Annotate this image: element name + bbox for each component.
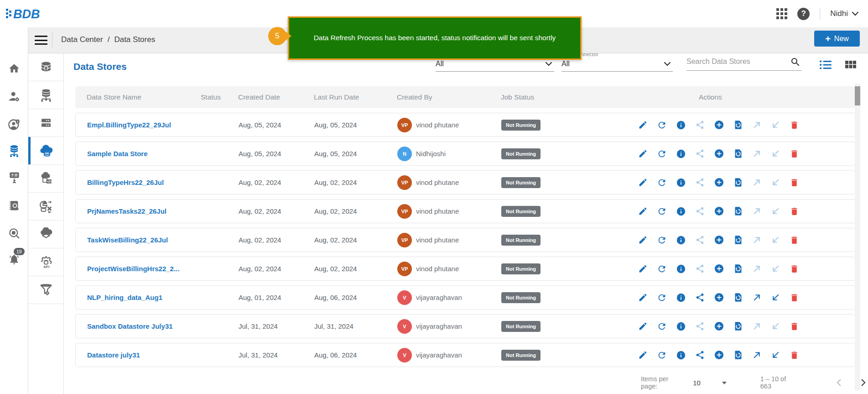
data-store-name-link[interactable]: PrjNamesTasks22_26Jul [87, 207, 201, 215]
data-store-name-link[interactable]: Datastore july31 [87, 351, 201, 359]
subnav-data-stores-icon[interactable] [28, 137, 63, 165]
delete-button[interactable] [790, 293, 799, 303]
data-dictionary-icon[interactable] [0, 198, 28, 214]
hamburger-menu-icon[interactable] [35, 34, 47, 46]
delete-button[interactable] [790, 206, 799, 216]
subnav-data-pipes-icon[interactable] [28, 276, 63, 304]
push-up-arrow-button[interactable] [752, 120, 762, 130]
user-security-icon[interactable]: i [0, 117, 28, 132]
data-store-name-link[interactable]: TaskWiseBilling22_26Jul [87, 236, 201, 244]
delete-button[interactable] [790, 321, 799, 331]
trainer-board-icon[interactable] [0, 169, 28, 184]
add-button[interactable] [714, 206, 724, 216]
data-store-name-link[interactable]: NLP_hiring_data_Aug1 [87, 294, 201, 301]
restore-version-button[interactable] [733, 206, 743, 216]
share-button[interactable] [695, 293, 705, 302]
search-data-icon[interactable] [0, 226, 28, 241]
grid-view-icon[interactable] [845, 59, 857, 70]
refresh-button[interactable] [657, 350, 667, 360]
pull-down-arrow-button[interactable] [771, 120, 780, 130]
share-button[interactable] [695, 120, 705, 130]
edit-button[interactable] [638, 321, 648, 331]
new-button[interactable]: + New [814, 31, 860, 47]
refresh-button[interactable] [657, 321, 667, 331]
delete-button[interactable] [790, 264, 799, 274]
data-store-name-link[interactable]: Empl.BillingType22_29Jul [87, 121, 201, 129]
add-button[interactable] [714, 321, 724, 331]
restore-version-button[interactable] [733, 177, 743, 188]
delete-button[interactable] [790, 178, 799, 188]
share-button[interactable] [695, 235, 705, 245]
edit-button[interactable] [638, 264, 648, 273]
refresh-button[interactable] [657, 149, 667, 159]
add-button[interactable] [714, 177, 724, 188]
add-button[interactable] [714, 120, 724, 130]
subnav-data-sets-icon[interactable]: </> [28, 165, 63, 193]
add-button[interactable] [714, 292, 724, 303]
restore-version-button[interactable] [733, 321, 743, 331]
push-up-arrow-button[interactable] [752, 206, 762, 216]
info-button[interactable] [676, 293, 686, 303]
user-settings-icon[interactable] [0, 89, 28, 104]
search-input[interactable] [686, 58, 787, 66]
pull-down-arrow-button[interactable] [771, 235, 780, 245]
refresh-button[interactable] [657, 178, 667, 188]
pull-down-arrow-button[interactable] [771, 206, 780, 216]
breadcrumb-data-stores[interactable]: Data Stores [114, 35, 155, 44]
push-up-arrow-button[interactable] [752, 264, 762, 273]
apps-grid-icon[interactable] [776, 8, 787, 19]
add-button[interactable] [714, 263, 724, 274]
previous-page-button[interactable] [834, 378, 844, 388]
pull-down-arrow-button[interactable] [771, 264, 780, 273]
restore-version-button[interactable] [733, 120, 743, 130]
refresh-button[interactable] [657, 206, 667, 216]
pull-down-arrow-button[interactable] [771, 178, 780, 187]
bdb-logo[interactable]: BDB [5, 5, 56, 24]
push-up-arrow-button[interactable] [752, 235, 762, 245]
edit-button[interactable] [638, 350, 648, 360]
delete-button[interactable] [790, 149, 799, 159]
share-button[interactable] [695, 350, 705, 360]
share-button[interactable] [695, 178, 705, 187]
restore-version-button[interactable] [733, 235, 743, 245]
info-button[interactable] [676, 235, 686, 245]
help-icon[interactable]: ? [797, 8, 810, 20]
user-menu[interactable]: Nidhi [830, 9, 859, 18]
edit-button[interactable] [638, 178, 648, 187]
info-button[interactable] [676, 350, 686, 360]
add-button[interactable] [714, 350, 724, 360]
subnav-data-connectors-icon[interactable] [28, 81, 63, 109]
data-store-name-link[interactable]: BillingTypeHrs22_26Jul [87, 179, 201, 186]
subnav-data-home-icon[interactable] [28, 53, 63, 81]
subnav-data-api-icon[interactable]: API [28, 248, 63, 276]
info-button[interactable] [676, 206, 686, 216]
data-store-name-link[interactable]: Sandbox Datastore July31 [87, 322, 201, 330]
add-button[interactable] [714, 235, 724, 245]
push-up-arrow-button[interactable] [752, 321, 762, 331]
data-store-name-link[interactable]: Sample Data Store [87, 150, 201, 158]
subnav-data-prep-icon[interactable] [28, 193, 63, 221]
info-button[interactable] [676, 120, 686, 130]
restore-version-button[interactable] [733, 148, 743, 159]
vertical-scrollbar[interactable] [855, 84, 860, 390]
edit-button[interactable] [638, 206, 648, 216]
info-button[interactable] [676, 149, 686, 159]
edit-button[interactable] [638, 293, 648, 302]
restore-version-button[interactable] [733, 292, 743, 303]
delete-button[interactable] [790, 235, 799, 245]
info-button[interactable] [676, 178, 686, 188]
data-store-name-link[interactable]: ProjectWiseBillingHrs22_2... [87, 265, 201, 273]
info-button[interactable] [676, 264, 686, 274]
share-button[interactable] [695, 321, 705, 331]
pull-down-arrow-button[interactable] [771, 350, 780, 360]
search-icon[interactable] [790, 57, 801, 69]
refresh-button[interactable] [657, 120, 667, 130]
edit-button[interactable] [638, 235, 648, 245]
restore-version-button[interactable] [733, 350, 743, 360]
push-up-arrow-button[interactable] [752, 293, 762, 302]
items-per-page-select[interactable]: 10 [693, 379, 728, 387]
add-button[interactable] [714, 148, 724, 159]
push-up-arrow-button[interactable] [752, 178, 762, 187]
share-button[interactable] [695, 264, 705, 273]
info-button[interactable] [676, 321, 686, 331]
